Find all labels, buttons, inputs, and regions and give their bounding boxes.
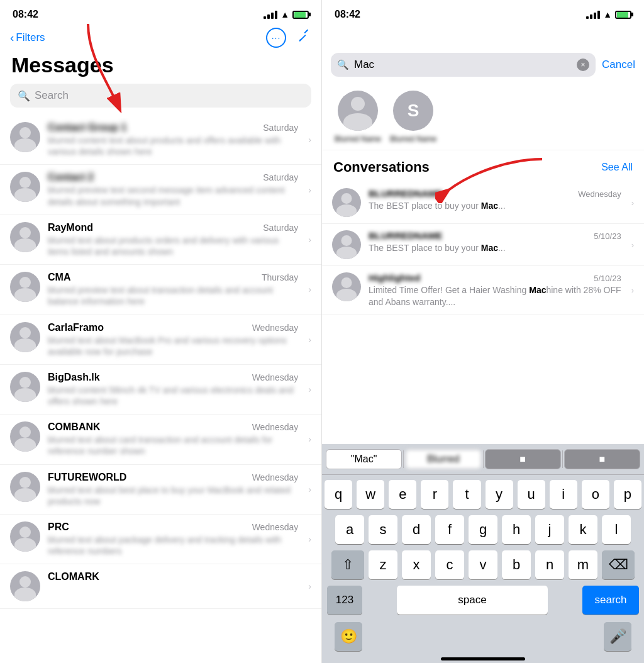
- key-g[interactable]: g: [469, 515, 497, 544]
- message-name: Contact Group 1: [48, 122, 126, 133]
- list-item[interactable]: RayMond Saturday blurred text about prod…: [0, 215, 321, 265]
- battery-icon: [615, 11, 631, 19]
- key-o[interactable]: o: [582, 480, 609, 509]
- more-button[interactable]: ···: [266, 28, 286, 48]
- message-date: Saturday: [263, 123, 298, 133]
- keyboard-bottom-bar: 🙂 🎤: [322, 617, 644, 654]
- suggestion-name: Blurred Name: [390, 135, 436, 143]
- key-y[interactable]: y: [486, 480, 513, 509]
- key-a[interactable]: a: [335, 515, 364, 544]
- compose-button[interactable]: [297, 29, 311, 47]
- conversation-item[interactable]: Highlighted 5/10/23 Limited Time Offer! …: [322, 266, 644, 315]
- suggestion-3[interactable]: ■: [485, 449, 561, 469]
- suggestion-item[interactable]: Blurred Name: [335, 91, 381, 143]
- keyboard-row-2: a s d f g h j k l: [325, 515, 641, 544]
- back-label: Filters: [16, 31, 45, 44]
- emoji-button[interactable]: 🙂: [335, 622, 362, 651]
- message-date: Wednesday: [252, 422, 299, 432]
- suggestion-item[interactable]: S Blurred Name: [390, 91, 436, 143]
- key-q[interactable]: q: [325, 480, 352, 509]
- avatar: [10, 421, 40, 452]
- key-d[interactable]: d: [402, 515, 431, 544]
- list-item[interactable]: BigDash.lk Wednesday blurred content 58i…: [0, 365, 321, 415]
- key-i[interactable]: i: [550, 480, 577, 509]
- suggestion-mac[interactable]: "Mac": [326, 449, 402, 469]
- key-p[interactable]: p: [614, 480, 641, 509]
- avatar: [10, 472, 40, 502]
- list-item[interactable]: Contact 2 Saturday blurred preview text …: [0, 165, 321, 214]
- suggestion-name: Blurred Name: [335, 135, 381, 143]
- message-name: CMA: [48, 272, 70, 283]
- conv-preview: Limited Time Offer! Get a Haier Washing …: [369, 284, 621, 308]
- key-f[interactable]: f: [435, 515, 464, 544]
- right-search-row: 🔍 Mac × Cancel: [322, 20, 644, 83]
- shift-key[interactable]: ⇧: [331, 550, 364, 579]
- search-icon: 🔍: [337, 59, 349, 70]
- key-r[interactable]: r: [421, 480, 448, 509]
- space-key[interactable]: space: [397, 586, 548, 615]
- key-z[interactable]: z: [369, 550, 397, 579]
- list-item[interactable]: CLOMARK ›: [0, 564, 321, 609]
- list-item[interactable]: PRC Wednesday blurred text about package…: [0, 515, 321, 564]
- key-x[interactable]: x: [402, 550, 431, 579]
- clear-button[interactable]: ×: [577, 58, 589, 71]
- conv-avatar: [332, 272, 361, 301]
- keyboard-row-4: 123 space search: [325, 586, 641, 615]
- suggestion-4[interactable]: ■: [564, 449, 640, 469]
- message-date: Wednesday: [252, 472, 299, 482]
- message-preview: blurred text about best place to buy you…: [48, 484, 298, 507]
- search-input[interactable]: Mac: [354, 58, 572, 71]
- key-e[interactable]: e: [389, 480, 416, 509]
- key-j[interactable]: j: [535, 515, 564, 544]
- suggestion-2[interactable]: Blurred: [405, 449, 481, 469]
- search-input-wrap[interactable]: 🔍 Mac ×: [331, 53, 596, 77]
- num-key[interactable]: 123: [327, 586, 362, 615]
- key-t[interactable]: t: [453, 480, 480, 509]
- avatar: [10, 272, 40, 302]
- message-content: RayMond Saturday blurred text about prod…: [48, 222, 298, 257]
- chevron-icon: ›: [631, 240, 634, 250]
- signal-icon: [264, 11, 277, 19]
- message-preview: blurred content text about products and …: [48, 135, 298, 157]
- signal-icon: [586, 11, 600, 19]
- list-item[interactable]: CarlaFramo Wednesday blurred text about …: [0, 315, 321, 365]
- key-v[interactable]: v: [469, 550, 497, 579]
- search-bar[interactable]: 🔍 Search: [10, 84, 311, 108]
- compose-icon: [297, 29, 311, 43]
- list-item[interactable]: FUTUREWORLD Wednesday blurred text about…: [0, 465, 321, 515]
- cancel-button[interactable]: Cancel: [602, 58, 635, 71]
- list-item[interactable]: COMBANK Wednesday blurred text about car…: [0, 415, 321, 464]
- avatar: [10, 372, 40, 402]
- key-n[interactable]: n: [535, 550, 564, 579]
- left-status-icons: ▲: [264, 9, 309, 20]
- message-content: Contact 2 Saturday blurred preview text …: [48, 172, 298, 207]
- page-title: Messages: [0, 50, 321, 84]
- key-b[interactable]: b: [502, 550, 531, 579]
- left-nav-bar: ‹ Filters ···: [0, 24, 321, 50]
- key-m[interactable]: m: [569, 550, 597, 579]
- see-all-button[interactable]: See All: [601, 162, 633, 173]
- conversations-header: Conversations See All: [322, 150, 644, 182]
- list-item[interactable]: CMA Thursday blurred preview text about …: [0, 265, 321, 315]
- key-l[interactable]: l: [602, 515, 631, 544]
- separator: [562, 450, 563, 468]
- key-c[interactable]: c: [435, 550, 464, 579]
- key-s[interactable]: s: [369, 515, 397, 544]
- key-h[interactable]: h: [502, 515, 531, 544]
- back-button[interactable]: ‹ Filters: [10, 31, 45, 45]
- right-status-bar: 08:42 ▲: [322, 0, 644, 20]
- delete-key[interactable]: ⌫: [602, 550, 635, 579]
- key-u[interactable]: u: [518, 480, 545, 509]
- conv-bold: Mac: [529, 285, 546, 295]
- key-k[interactable]: k: [569, 515, 597, 544]
- conversation-item[interactable]: BLURREDNAME Wednesday The BEST place to …: [322, 182, 644, 224]
- key-w[interactable]: w: [357, 480, 384, 509]
- message-content: CMA Thursday blurred preview text about …: [48, 272, 298, 307]
- search-key[interactable]: search: [582, 586, 639, 615]
- conversation-item[interactable]: BLURREDNAME 5/10/23 The BEST place to bu…: [322, 224, 644, 266]
- message-name: Contact 2: [48, 172, 94, 183]
- search-icon: 🔍: [18, 90, 30, 102]
- list-item[interactable]: Contact Group 1 Saturday blurred content…: [0, 115, 321, 165]
- mic-button[interactable]: 🎤: [604, 622, 631, 651]
- message-name: FUTUREWORLD: [48, 472, 126, 483]
